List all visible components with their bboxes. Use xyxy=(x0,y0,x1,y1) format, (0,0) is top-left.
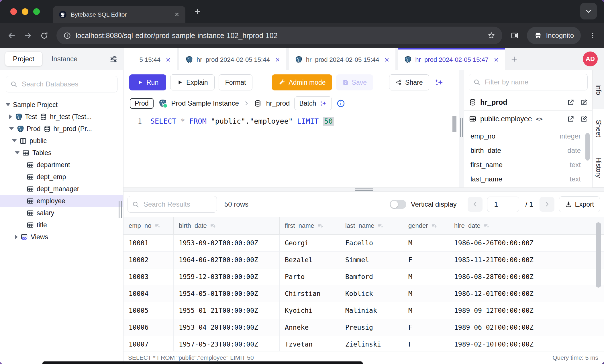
tree-item-test[interactable]: Testhr_test (Test... xyxy=(0,111,123,123)
schema-database-row: hr_prod xyxy=(464,94,592,111)
column-header-gender[interactable]: gender xyxy=(403,217,449,234)
column-header-last-name[interactable]: last_name xyxy=(340,217,403,234)
edit-icon[interactable] xyxy=(580,99,588,106)
tree-item-sample-project[interactable]: Sample Project xyxy=(0,99,123,111)
caret-down-icon[interactable] xyxy=(15,151,19,154)
caret-right-icon[interactable] xyxy=(9,114,12,119)
share-button[interactable]: Share xyxy=(389,74,429,90)
site-info-icon[interactable] xyxy=(63,32,71,39)
caret-down-icon[interactable] xyxy=(6,103,10,106)
code-tag-icon[interactable]: <> xyxy=(536,115,542,122)
info-circle-icon[interactable] xyxy=(336,99,345,108)
format-button[interactable]: Format xyxy=(219,74,253,90)
search-results-box xyxy=(128,196,217,213)
tree-item-label: Sample Project xyxy=(13,101,58,109)
export-button[interactable]: Export xyxy=(559,196,600,212)
side-panel-icon[interactable] xyxy=(510,31,519,40)
tree-item-public[interactable]: public xyxy=(0,135,123,147)
filter-sliders-icon[interactable] xyxy=(109,55,118,64)
column-name: birth_date xyxy=(470,147,501,155)
side-tab-sheet[interactable]: Sheet xyxy=(593,109,604,149)
close-window-button[interactable] xyxy=(10,8,17,15)
column-header-label: emp_no xyxy=(129,222,152,230)
column-header-emp-no[interactable]: emp_no xyxy=(123,217,174,234)
tree-item-views[interactable]: Views xyxy=(0,231,123,243)
column-header-first-name[interactable]: first_name xyxy=(280,217,340,234)
tree-item-tables[interactable]: Tables xyxy=(0,147,123,159)
explain-button[interactable]: Explain xyxy=(170,74,214,90)
browser-menu-button[interactable] xyxy=(589,32,597,39)
previous-page-button[interactable] xyxy=(468,197,483,212)
caret-right-icon[interactable] xyxy=(15,235,18,239)
save-button[interactable]: Save xyxy=(336,74,373,90)
batch-button[interactable]: Batch xyxy=(294,96,332,110)
sql-editor[interactable]: 1 SELECT * FROM "public"."employee" LIMI… xyxy=(123,112,459,187)
browser-tab[interactable]: Bytebase SQL Editor xyxy=(53,6,185,23)
caret-down-icon[interactable] xyxy=(12,139,17,142)
close-tab-icon[interactable] xyxy=(384,57,390,63)
maximize-window-button[interactable] xyxy=(33,8,40,15)
table-cell: 1959-12-03T00:00:00Z xyxy=(174,268,280,285)
panel-resize-handle[interactable] xyxy=(460,118,463,137)
run-button[interactable]: Run xyxy=(129,74,166,90)
tree-item-employee[interactable]: employee xyxy=(0,195,123,207)
avatar[interactable]: AD xyxy=(583,52,598,66)
tree-item-label: Prod xyxy=(27,125,41,133)
ai-sparkles-icon[interactable] xyxy=(434,78,444,87)
editor-tab-2[interactable]: hr_prod 2024-02-05 15:44 xyxy=(179,48,286,70)
column-list-scrollbar[interactable] xyxy=(585,133,590,161)
vertical-display-toggle[interactable] xyxy=(390,200,406,209)
search-results-input[interactable] xyxy=(143,200,213,209)
tree-item-label: public xyxy=(30,137,47,145)
database-name[interactable]: hr_prod xyxy=(266,99,290,107)
table-row: 100051955-01-21T00:00:00ZKyoichiMaliniak… xyxy=(123,302,604,319)
editor-tab-1[interactable]: 5 15:44 xyxy=(123,48,177,70)
column-header-hire-date[interactable]: hire_date xyxy=(449,217,557,234)
tree-item-prod[interactable]: Prodhr_prod (Pr... xyxy=(0,123,123,135)
new-editor-tab-button[interactable] xyxy=(510,55,518,63)
schema-panel: hr_prod public.employee <> xyxy=(464,70,592,187)
tree-item-department[interactable]: department xyxy=(0,159,123,171)
editor-tab-4[interactable]: hr_prod 2024-02-05 15:47 xyxy=(398,48,505,70)
close-tab-icon[interactable] xyxy=(493,57,499,63)
results-scrollbar[interactable] xyxy=(596,222,601,288)
close-browser-tab-icon[interactable] xyxy=(174,12,180,17)
download-icon xyxy=(565,201,572,208)
tree-item-salary[interactable]: salary xyxy=(0,207,123,219)
external-link-icon[interactable] xyxy=(567,115,574,123)
next-page-button[interactable] xyxy=(540,197,554,212)
tree-item-title[interactable]: title xyxy=(0,219,123,231)
editor-scrollbar[interactable] xyxy=(452,116,456,132)
back-button[interactable] xyxy=(7,31,16,40)
sidebar-resize-handle[interactable] xyxy=(119,201,122,218)
minimize-window-button[interactable] xyxy=(22,8,28,15)
close-tab-icon[interactable] xyxy=(165,57,171,63)
filter-by-name-input[interactable] xyxy=(484,78,583,86)
close-tab-icon[interactable] xyxy=(275,57,281,63)
caret-down-icon[interactable] xyxy=(9,127,14,130)
side-tab-history[interactable]: History xyxy=(593,148,604,187)
editor-tab-3[interactable]: hr_prod 2024-02-05 15:44 xyxy=(289,48,396,70)
admin-mode-button[interactable]: Admin mode xyxy=(272,74,332,90)
edit-icon[interactable] xyxy=(580,115,588,123)
side-tab-info[interactable]: Info xyxy=(593,70,604,109)
instance-name[interactable]: Prod Sample Instance xyxy=(171,99,239,107)
search-databases-input[interactable] xyxy=(21,80,113,88)
forward-button[interactable] xyxy=(24,31,32,40)
page-number-input[interactable] xyxy=(487,197,519,212)
tab-overflow-button[interactable] xyxy=(580,3,597,19)
database-tree: Sample ProjectTesthr_test (Test...Prodhr… xyxy=(0,95,123,243)
column-header-birth-date[interactable]: birth_date xyxy=(174,217,280,234)
bookmark-star-icon[interactable] xyxy=(487,31,495,39)
tree-item-dept-emp[interactable]: dept_emp xyxy=(0,171,123,183)
tree-item-dept-manager[interactable]: dept_manager xyxy=(0,183,123,195)
tab-instance[interactable]: Instance xyxy=(44,52,85,66)
reload-button[interactable] xyxy=(40,31,48,40)
new-browser-tab-button[interactable] xyxy=(194,8,201,15)
editor-tab-label: 5 15:44 xyxy=(140,56,160,64)
tab-project[interactable]: Project xyxy=(5,52,42,66)
results-resize-handle[interactable] xyxy=(355,188,373,191)
editor-tab-label: hr_prod 2024-02-05 15:44 xyxy=(306,56,379,64)
url-bar[interactable]: localhost:8080/sql-editor/prod-sample-in… xyxy=(56,27,502,44)
external-link-icon[interactable] xyxy=(567,99,574,106)
